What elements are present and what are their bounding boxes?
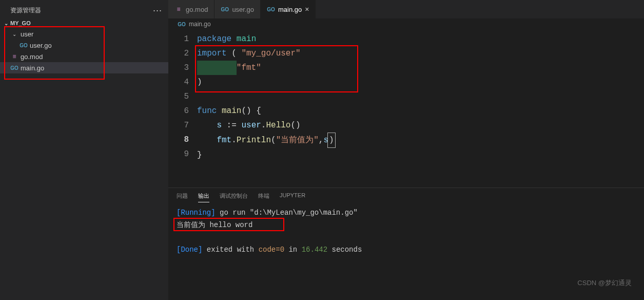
file-tree: ⌄ user GO user.go ≡ go.mod GO main.go (0, 27, 168, 73)
main-area: ≡ go.mod GO user.go GO main.go × GO main… (168, 0, 644, 300)
watermark: CSDN @梦幻通灵 (577, 278, 632, 288)
panel-output[interactable]: [Running] go run "d:\MyLean\my_go\main.g… (168, 204, 644, 258)
project-root[interactable]: ⌄ MY_GO (0, 19, 168, 27)
tree-label: go.mod (21, 53, 43, 61)
editor-tabs: ≡ go.mod GO user.go GO main.go × (168, 0, 644, 18)
bottom-panel: 问题 输出 调试控制台 终端 JUPYTER [Running] go run … (168, 188, 644, 300)
output-line: 当前值为 hello word (177, 221, 252, 229)
code-editor[interactable]: 1 2 3 4 5 6 7 8 9 package main import ( … (168, 30, 644, 188)
close-icon[interactable]: × (305, 5, 309, 13)
go-file-icon: GO (267, 7, 275, 12)
panel-tab-problems[interactable]: 问题 (177, 192, 188, 202)
done-tag: [Done] (177, 246, 202, 254)
breadcrumb[interactable]: GO main.go (168, 18, 644, 30)
tab-label: go.mod (186, 6, 208, 13)
panel-tab-terminal[interactable]: 终端 (258, 192, 269, 202)
tree-label: main.go (21, 64, 44, 72)
mod-file-icon: ≡ (174, 6, 183, 13)
more-actions-icon[interactable]: ··· (153, 5, 162, 16)
running-tag: [Running] (177, 209, 216, 217)
panel-tabs: 问题 输出 调试控制台 终端 JUPYTER (168, 188, 644, 204)
chevron-down-icon: ⌄ (10, 31, 18, 37)
mod-file-icon: ≡ (10, 53, 18, 60)
go-file-icon: GO (19, 43, 28, 48)
tree-folder-user[interactable]: ⌄ user (0, 28, 168, 40)
tab-go-mod[interactable]: ≡ go.mod (168, 0, 214, 18)
tree-label: user.go (30, 42, 52, 49)
tree-label: user (21, 30, 33, 38)
panel-tab-jupyter[interactable]: JUPYTER (280, 192, 305, 202)
project-name: MY_GO (10, 20, 31, 26)
explorer-header: 资源管理器 ··· (0, 0, 168, 19)
tree-file-main-go[interactable]: GO main.go (0, 62, 168, 73)
chevron-down-icon: ⌄ (2, 21, 10, 26)
tab-label: main.go (278, 6, 302, 13)
code-body[interactable]: package main import ( "my_go/user" "fmt"… (197, 32, 644, 188)
breadcrumb-label: main.go (189, 21, 211, 28)
tree-file-go-mod[interactable]: ≡ go.mod (0, 51, 168, 62)
go-file-icon: GO (10, 65, 18, 71)
panel-tab-output[interactable]: 输出 (198, 192, 209, 202)
tab-label: user.go (232, 6, 254, 13)
tab-user-go[interactable]: GO user.go (214, 0, 261, 18)
line-gutter: 1 2 3 4 5 6 7 8 9 (168, 32, 197, 188)
tab-main-go[interactable]: GO main.go × (261, 0, 316, 18)
explorer-sidebar: 资源管理器 ··· ⌄ MY_GO ⌄ user GO user.go ≡ go… (0, 0, 168, 300)
tree-file-user-go[interactable]: GO user.go (0, 40, 168, 51)
go-file-icon: GO (178, 22, 186, 27)
panel-tab-debug[interactable]: 调试控制台 (220, 192, 248, 202)
go-file-icon: GO (221, 7, 229, 12)
explorer-title: 资源管理器 (10, 6, 41, 15)
